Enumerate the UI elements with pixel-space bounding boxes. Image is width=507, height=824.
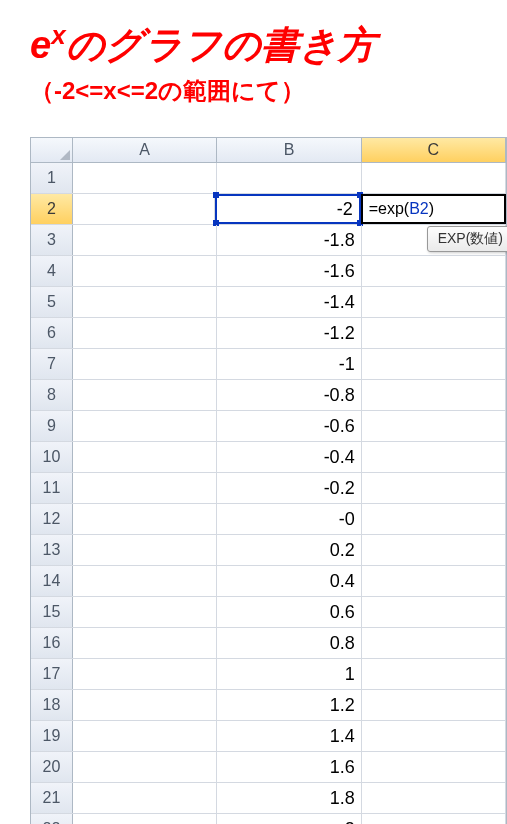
cell[interactable]: -1.4 [217,287,361,317]
cell[interactable] [73,628,217,658]
table-row: 181.2 [31,690,506,721]
row-header[interactable]: 16 [31,628,73,658]
cell[interactable]: 1.4 [217,721,361,751]
table-row: 2-2=exp(B2)EXP(数値) [31,194,506,225]
cell[interactable]: 0.8 [217,628,361,658]
row-header[interactable]: 13 [31,535,73,565]
cell[interactable]: -1.2 [217,318,361,348]
row-header[interactable]: 11 [31,473,73,503]
cell[interactable] [362,163,506,193]
row-header[interactable]: 9 [31,411,73,441]
cell[interactable]: -1.6 [217,256,361,286]
cell[interactable] [362,442,506,472]
cell[interactable]: -1.8 [217,225,361,255]
row-header[interactable]: 10 [31,442,73,472]
table-row: 5-1.4 [31,287,506,318]
cell[interactable] [362,380,506,410]
cell[interactable] [73,349,217,379]
cell[interactable] [73,163,217,193]
cell[interactable] [73,380,217,410]
cell[interactable]: -1 [217,349,361,379]
cell[interactable] [73,287,217,317]
cell[interactable] [362,504,506,534]
cell[interactable] [362,690,506,720]
cell[interactable]: -0.4 [217,442,361,472]
cell[interactable] [362,659,506,689]
cell[interactable] [362,597,506,627]
cell[interactable] [73,256,217,286]
cell[interactable]: 1.8 [217,783,361,813]
cell[interactable] [73,721,217,751]
cell[interactable]: 0.6 [217,597,361,627]
cell[interactable] [73,411,217,441]
cell[interactable] [73,597,217,627]
table-row: 201.6 [31,752,506,783]
spreadsheet[interactable]: A B C 12-2=exp(B2)EXP(数値)3-1.84-1.65-1.4… [30,137,507,824]
cell[interactable] [73,566,217,596]
cell[interactable] [73,318,217,348]
cell[interactable] [73,814,217,824]
cell[interactable]: -0.8 [217,380,361,410]
column-header-b[interactable]: B [217,138,361,162]
row-header[interactable]: 21 [31,783,73,813]
cell[interactable] [362,814,506,824]
cell[interactable] [362,628,506,658]
cell[interactable] [73,194,215,224]
cell[interactable] [362,349,506,379]
cell[interactable] [73,752,217,782]
cell[interactable]: -0 [217,504,361,534]
cell[interactable]: 1 [217,659,361,689]
row-header[interactable]: 20 [31,752,73,782]
cell[interactable] [73,473,217,503]
row-header[interactable]: 14 [31,566,73,596]
cell[interactable] [362,287,506,317]
cell[interactable] [73,659,217,689]
cell[interactable]: -0.2 [217,473,361,503]
cell[interactable] [362,411,506,441]
formula-tooltip: EXP(数値) [427,226,507,252]
row-header[interactable]: 8 [31,380,73,410]
cell[interactable]: 1.2 [217,690,361,720]
cell[interactable] [362,752,506,782]
row-header[interactable]: 7 [31,349,73,379]
row-header[interactable]: 3 [31,225,73,255]
column-header-c[interactable]: C [362,138,506,162]
row-header[interactable]: 2 [31,194,73,224]
cell[interactable] [362,721,506,751]
cell[interactable] [217,163,361,193]
table-row: 150.6 [31,597,506,628]
row-header[interactable]: 17 [31,659,73,689]
cell[interactable]: 0.2 [217,535,361,565]
cell[interactable]: 2 [217,814,361,824]
cell[interactable]: -0.6 [217,411,361,441]
row-header[interactable]: 12 [31,504,73,534]
select-all-corner[interactable] [31,138,73,162]
formula-editing-cell[interactable]: =exp(B2)EXP(数値) [361,194,506,224]
cell[interactable] [73,783,217,813]
cell[interactable] [73,535,217,565]
cell[interactable] [73,225,217,255]
row-header[interactable]: 19 [31,721,73,751]
table-row: 10-0.4 [31,442,506,473]
cell[interactable] [362,535,506,565]
row-header[interactable]: 5 [31,287,73,317]
row-header[interactable]: 4 [31,256,73,286]
cell[interactable]: 1.6 [217,752,361,782]
table-row: 11-0.2 [31,473,506,504]
cell[interactable]: 0.4 [217,566,361,596]
row-header[interactable]: 6 [31,318,73,348]
row-header[interactable]: 15 [31,597,73,627]
cell[interactable] [362,318,506,348]
row-header[interactable]: 1 [31,163,73,193]
cell[interactable] [73,442,217,472]
cell[interactable] [362,783,506,813]
column-header-a[interactable]: A [73,138,217,162]
cell[interactable] [362,473,506,503]
cell[interactable] [362,566,506,596]
cell[interactable] [362,256,506,286]
cell[interactable] [73,504,217,534]
row-header[interactable]: 18 [31,690,73,720]
cell[interactable] [73,690,217,720]
row-header[interactable]: 22 [31,814,73,824]
cell[interactable]: -2 [215,194,360,224]
